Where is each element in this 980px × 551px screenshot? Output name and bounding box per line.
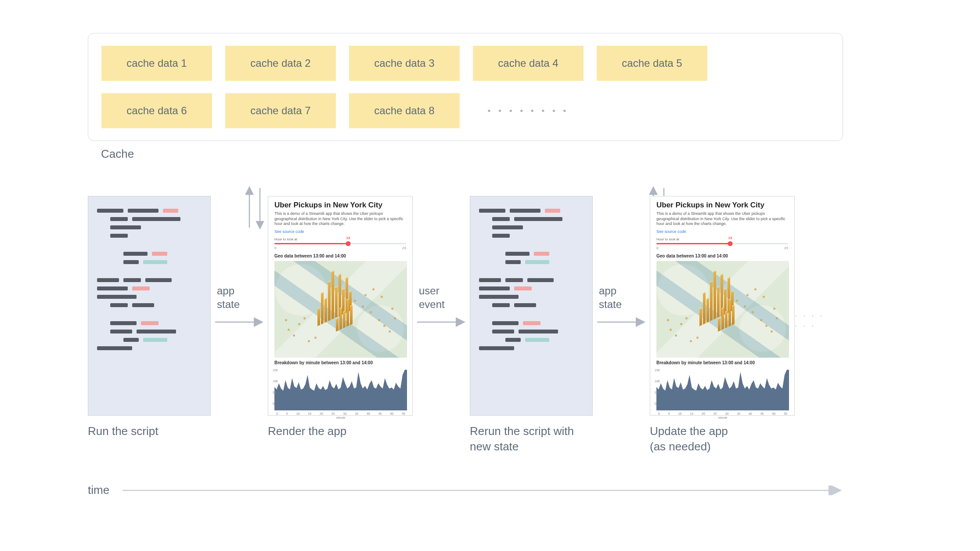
stage-run-script: Run the script <box>88 196 211 439</box>
arrow-user-event: user event <box>413 196 470 329</box>
app-card: Uber Pickups in New York City This is a … <box>268 196 413 416</box>
stage-render-app: Uber Pickups in New York City This is a … <box>268 196 413 439</box>
flow-continues-ellipsis: · · · · · · · <box>795 196 825 330</box>
geo-heading: Geo data between 13:00 and 14:00 <box>274 254 406 258</box>
arrow-app-state-1: app state <box>211 196 268 329</box>
stage-label: Update the app (as needed) <box>650 424 795 454</box>
cache-container: cache data 1 cache data 2 cache data 3 c… <box>88 33 843 141</box>
time-axis: time <box>88 483 843 497</box>
app-subtitle: This is a demo of a Streamlit app that s… <box>274 211 406 227</box>
cache-item: cache data 5 <box>597 46 707 81</box>
geo-heading: Geo data between 13:00 and 14:00 <box>656 254 788 258</box>
stage-update-app: Uber Pickups in New York City This is a … <box>650 196 795 454</box>
arrow-app-state-2: app state <box>593 196 650 329</box>
hour-slider: 13 <box>274 243 406 244</box>
app-card: Uber Pickups in New York City This is a … <box>650 196 795 416</box>
slider-label: Hour to look at <box>274 237 406 241</box>
geo-map <box>274 261 407 358</box>
breakdown-heading: Breakdown by minute between 13:00 and 14… <box>656 360 788 365</box>
time-label: time <box>88 483 109 497</box>
cache-item: cache data 6 <box>101 93 212 128</box>
geo-map <box>656 261 789 358</box>
cache-item: cache data 8 <box>349 93 460 128</box>
script-card <box>470 196 593 416</box>
flow-row: Run the script app state Uber Pickups in… <box>88 196 909 454</box>
script-card <box>88 196 211 416</box>
cache-item: cache data 2 <box>225 46 336 81</box>
app-title: Uber Pickups in New York City <box>656 201 788 210</box>
cache-item: cache data 7 <box>225 93 336 128</box>
stage-label: Rerun the script with new state <box>470 424 593 454</box>
source-link: See source code <box>656 229 788 234</box>
cache-item: cache data 4 <box>473 46 584 81</box>
cache-ellipsis: • • • • • • • • <box>473 93 584 128</box>
source-link: See source code <box>274 229 406 234</box>
cache-item: cache data 1 <box>101 46 212 81</box>
minute-area-chart: 150100500 0510 152025 303540 455055 minu… <box>274 369 407 410</box>
minute-area-chart: 150100500 0510 152025 303540 455055 minu… <box>656 369 789 410</box>
slider-label: Hour to look at <box>656 237 788 241</box>
cache-label: Cache <box>101 147 909 161</box>
stage-label: Run the script <box>88 424 211 439</box>
app-subtitle: This is a demo of a Streamlit app that s… <box>656 211 788 227</box>
app-title: Uber Pickups in New York City <box>274 201 406 210</box>
cache-item: cache data 3 <box>349 46 460 81</box>
stage-label: Render the app <box>268 424 413 439</box>
stage-rerun-script: Rerun the script with new state <box>470 196 593 454</box>
hour-slider: 13 <box>656 243 788 244</box>
breakdown-heading: Breakdown by minute between 13:00 and 14… <box>274 360 406 365</box>
